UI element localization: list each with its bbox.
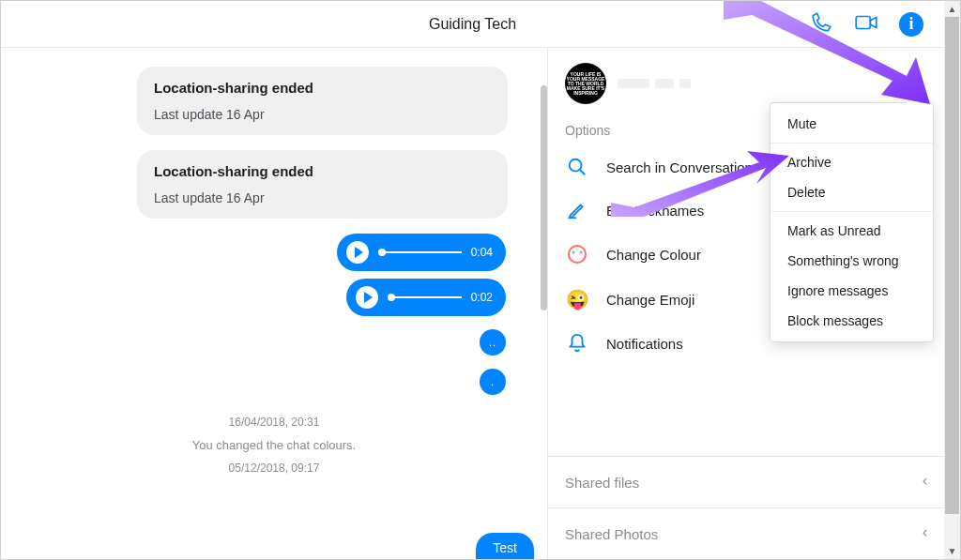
emoji-icon: 😜 bbox=[565, 288, 589, 310]
system-card: Location-sharing ended Last update 16 Ap… bbox=[137, 67, 508, 135]
contact-name bbox=[618, 79, 691, 88]
sticker-bubble[interactable]: .. bbox=[480, 329, 506, 356]
system-card-title: Location-sharing ended bbox=[154, 80, 491, 96]
voice-call-button[interactable] bbox=[809, 10, 833, 38]
chevron-left-icon: › bbox=[923, 525, 927, 542]
svg-point-6 bbox=[576, 249, 579, 251]
svg-rect-0 bbox=[856, 16, 870, 28]
section-shared-photos[interactable]: Shared Photos › bbox=[548, 507, 944, 559]
option-label: Search in Conversation bbox=[606, 159, 753, 175]
option-label: Edit Nicknames bbox=[606, 203, 704, 219]
palette-icon bbox=[565, 243, 589, 265]
chat-pane: Location-sharing ended Last update 16 Ap… bbox=[1, 48, 547, 559]
scroll-thumb[interactable] bbox=[945, 17, 959, 514]
outgoing-message[interactable]: Test bbox=[476, 533, 534, 560]
chevron-left-icon: › bbox=[923, 474, 927, 491]
section-shared-files[interactable]: Shared files › bbox=[548, 456, 944, 507]
audio-message[interactable]: 0:04 bbox=[337, 234, 506, 271]
chat-timeline: 16/04/2018, 20:31 You changed the chat c… bbox=[29, 416, 519, 475]
menu-item-delete[interactable]: Delete bbox=[770, 177, 933, 207]
audio-duration: 0:02 bbox=[471, 291, 493, 304]
system-card: Location-sharing ended Last update 16 Ap… bbox=[137, 150, 508, 219]
menu-item-mark-unread[interactable]: Mark as Unread bbox=[770, 216, 933, 246]
svg-point-5 bbox=[572, 251, 575, 254]
play-icon[interactable] bbox=[346, 241, 369, 264]
menu-item-block[interactable]: Block messages bbox=[770, 306, 933, 336]
timestamp: 16/04/2018, 20:31 bbox=[29, 416, 519, 429]
sticker-bubble[interactable]: . bbox=[480, 369, 506, 395]
search-icon bbox=[565, 157, 589, 177]
timestamp: 05/12/2018, 09:17 bbox=[29, 462, 519, 475]
chat-title: Guiding Tech bbox=[429, 16, 516, 33]
pencil-icon bbox=[565, 200, 589, 220]
settings-gear-button[interactable] bbox=[901, 68, 927, 98]
settings-menu: Mute Archive Delete Mark as Unread Somet… bbox=[770, 102, 934, 342]
menu-item-mute[interactable]: Mute bbox=[770, 109, 933, 139]
system-card-title: Location-sharing ended bbox=[154, 163, 491, 179]
audio-track[interactable] bbox=[388, 296, 462, 298]
menu-item-ignore[interactable]: Ignore messages bbox=[770, 276, 933, 306]
window-scrollbar[interactable]: ▲ ▼ bbox=[944, 1, 960, 559]
section-label: Shared files bbox=[565, 475, 639, 491]
svg-point-1 bbox=[570, 159, 582, 172]
scroll-down-arrow[interactable]: ▼ bbox=[944, 543, 960, 559]
option-label: Change Colour bbox=[606, 247, 701, 263]
svg-point-7 bbox=[580, 251, 583, 254]
chat-header: Guiding Tech i bbox=[1, 1, 944, 48]
info-button[interactable]: i bbox=[899, 12, 923, 37]
audio-track[interactable] bbox=[378, 251, 462, 253]
option-label: Change Emoji bbox=[606, 292, 694, 308]
option-label: Notifications bbox=[606, 336, 683, 352]
menu-separator bbox=[770, 211, 933, 212]
chat-scrollbar[interactable] bbox=[541, 85, 547, 310]
play-icon[interactable] bbox=[356, 286, 378, 309]
section-label: Shared Photos bbox=[565, 526, 658, 542]
video-call-button[interactable] bbox=[854, 10, 878, 38]
system-card-subtitle: Last update 16 Apr bbox=[154, 107, 491, 122]
bell-icon bbox=[565, 333, 589, 354]
audio-duration: 0:04 bbox=[471, 246, 493, 259]
scroll-up-arrow[interactable]: ▲ bbox=[944, 1, 960, 17]
system-message: You changed the chat colours. bbox=[29, 438, 519, 452]
system-card-subtitle: Last update 16 Apr bbox=[154, 190, 491, 205]
svg-line-2 bbox=[580, 170, 586, 175]
menu-item-something-wrong[interactable]: Something's wrong bbox=[770, 246, 933, 276]
avatar[interactable]: YOUR LIFE IS YOUR MESSAGE TO THE WORLD M… bbox=[565, 63, 606, 104]
menu-item-archive[interactable]: Archive bbox=[770, 147, 933, 177]
audio-message[interactable]: 0:02 bbox=[346, 279, 506, 316]
menu-separator bbox=[770, 143, 933, 144]
